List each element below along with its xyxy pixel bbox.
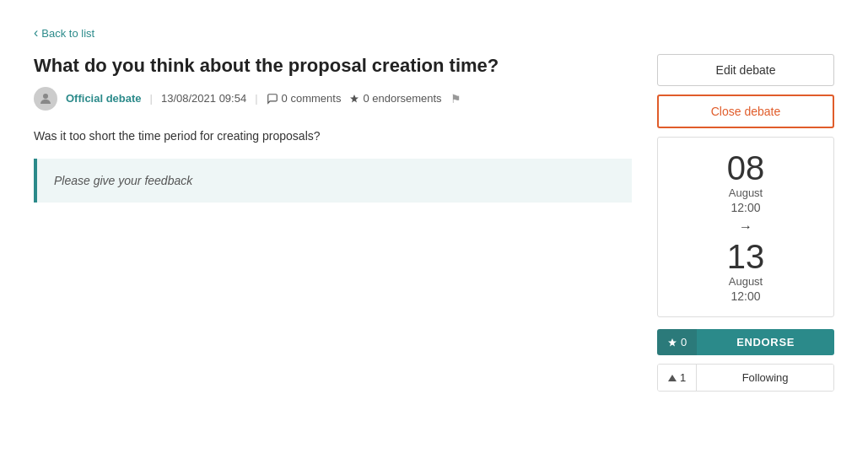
following-row: 1 Following (657, 364, 834, 392)
close-debate-button[interactable]: Close debate (657, 95, 834, 128)
edit-debate-button[interactable]: Edit debate (657, 54, 834, 86)
svg-marker-2 (668, 338, 677, 347)
following-button[interactable]: Following (697, 365, 833, 391)
endorsements-count[interactable]: 0 endorsements (349, 92, 441, 105)
start-month: August (671, 186, 820, 199)
arrow-icon: → (671, 219, 820, 235)
endorse-row: 0 ENDORSE (657, 329, 834, 355)
start-day: 08 (671, 151, 820, 185)
svg-marker-1 (350, 95, 359, 103)
end-time: 12:00 (671, 289, 820, 303)
debate-title: What do you think about the proposal cre… (34, 54, 632, 78)
end-day: 13 (671, 240, 820, 273)
start-time: 12:00 (671, 201, 820, 214)
feedback-box: Please give your feedback (34, 159, 632, 203)
endorse-count: 0 (657, 329, 697, 355)
avatar (34, 87, 57, 111)
debate-date: 13/08/2021 09:54 (161, 92, 246, 105)
endorse-button[interactable]: ENDORSE (697, 329, 834, 355)
official-badge: Official debate (66, 92, 142, 105)
following-count: 1 (658, 365, 697, 391)
back-to-list-link[interactable]: Back to list (34, 25, 94, 41)
svg-point-0 (43, 94, 48, 99)
debate-description: Was it too short the time period for cre… (34, 127, 632, 145)
triangle-up-icon (668, 375, 677, 381)
flag-icon[interactable]: ⚑ (450, 92, 461, 105)
meta-row: Official debate | 13/08/2021 09:54 | 0 c… (34, 87, 632, 111)
date-range-card: 08 August 12:00 → 13 August 12:00 (657, 137, 834, 317)
comments-count[interactable]: 0 comments (267, 92, 342, 105)
sidebar: Edit debate Close debate 08 August 12:00… (657, 54, 834, 392)
end-month: August (671, 275, 820, 288)
